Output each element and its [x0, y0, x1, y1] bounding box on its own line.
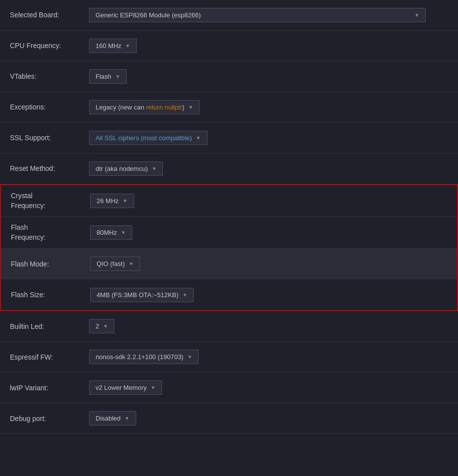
cpu-frequency-row: CPU Frequency: 160 MHz ▼ [0, 31, 458, 61]
flash-mode-value: QIO (fast) [97, 260, 125, 267]
lwip-variant-caret: ▼ [151, 385, 155, 390]
exceptions-label: Exceptions: [10, 103, 89, 111]
exceptions-value: Legacy (new can return nullptr) [96, 104, 184, 111]
cpu-frequency-caret: ▼ [125, 43, 130, 49]
vtables-caret: ▼ [115, 74, 120, 79]
reset-method-dropdown[interactable]: dtr (aka nodemcu) ▼ [89, 161, 163, 176]
flash-mode-label: Flash Mode: [11, 260, 90, 268]
ssl-support-row: SSL Support: All SSL ciphers (most compa… [0, 123, 458, 154]
ssl-support-dropdown[interactable]: All SSL ciphers (most compatible) ▼ [89, 131, 207, 145]
vtables-dropdown[interactable]: Flash ▼ [89, 69, 127, 84]
reset-method-value: dtr (aka nodemcu) [96, 165, 148, 172]
crystal-frequency-dropdown[interactable]: 26 MHz ▼ [90, 194, 134, 208]
flash-size-dropdown[interactable]: 4MB (FS:3MB OTA:~512KB) ▼ [90, 288, 194, 302]
builtin-led-caret: ▼ [103, 323, 108, 329]
exceptions-caret: ▼ [188, 105, 193, 110]
flash-frequency-row: FlashFrequency: 80MHz ▼ [1, 217, 457, 249]
crystal-frequency-control: 26 MHz ▼ [90, 194, 134, 208]
espressif-fw-value: nonos-sdk 2.2.1+100 (190703) [96, 353, 183, 361]
debug-port-value: Disabled [96, 415, 121, 422]
flash-frequency-dropdown[interactable]: 80MHz ▼ [90, 225, 132, 240]
espressif-fw-dropdown[interactable]: nonos-sdk 2.2.1+100 (190703) ▼ [89, 350, 199, 364]
reset-method-control: dtr (aka nodemcu) ▼ [89, 161, 163, 176]
builtin-led-value: 2 [96, 322, 99, 330]
lwip-variant-dropdown[interactable]: v2 Lower Memory ▼ [89, 380, 162, 395]
highlight-group: CrystalFrequency: 26 MHz ▼ FlashFrequenc… [0, 184, 458, 311]
flash-frequency-value: 80MHz [97, 229, 117, 236]
builtin-led-control: 2 ▼ [89, 319, 114, 333]
debug-port-dropdown[interactable]: Disabled ▼ [89, 411, 136, 425]
vtables-row: VTables: Flash ▼ [0, 61, 458, 92]
flash-mode-control: QIO (fast) ▼ [90, 257, 140, 271]
vtables-label: VTables: [10, 72, 89, 81]
builtin-led-label: Builtin Led: [10, 322, 89, 331]
espressif-fw-control: nonos-sdk 2.2.1+100 (190703) ▼ [89, 350, 199, 364]
flash-frequency-control: 80MHz ▼ [90, 225, 132, 240]
builtin-led-row: Builtin Led: 2 ▼ [0, 311, 458, 342]
flash-mode-row: Flash Mode: QIO (fast) ▼ [1, 249, 457, 279]
flash-size-caret: ▼ [183, 292, 188, 298]
selected-board-value: Generic ESP8266 Module (esp8266) [96, 11, 201, 19]
flash-size-label: Flash Size: [11, 290, 90, 299]
selected-board-row: Selected Board: Generic ESP8266 Module (… [0, 0, 458, 31]
ssl-support-label: SSL Support: [10, 133, 89, 142]
cpu-frequency-dropdown[interactable]: 160 MHz ▼ [89, 39, 137, 53]
lwip-variant-value: v2 Lower Memory [96, 384, 147, 391]
vtables-control: Flash ▼ [89, 69, 127, 84]
debug-port-row: Debug port: Disabled ▼ [0, 403, 458, 434]
ssl-support-control: All SSL ciphers (most compatible) ▼ [89, 131, 207, 145]
selected-board-dropdown[interactable]: Generic ESP8266 Module (esp8266) ▼ [89, 8, 426, 22]
settings-container: Selected Board: Generic ESP8266 Module (… [0, 0, 458, 434]
exceptions-row: Exceptions: Legacy (new can return nullp… [0, 92, 458, 123]
cpu-frequency-label: CPU Frequency: [10, 41, 89, 50]
selected-board-control: Generic ESP8266 Module (esp8266) ▼ [89, 8, 426, 22]
flash-mode-caret: ▼ [129, 261, 134, 266]
reset-method-label: Reset Method: [10, 164, 89, 173]
crystal-frequency-value: 26 MHz [97, 197, 119, 205]
flash-size-value: 4MB (FS:3MB OTA:~512KB) [97, 291, 179, 299]
lwip-variant-control: v2 Lower Memory ▼ [89, 380, 162, 395]
lwip-variant-label: lwIP Variant: [10, 383, 89, 392]
espressif-fw-label: Espressif FW: [10, 353, 89, 362]
ssl-support-caret: ▼ [196, 135, 201, 141]
debug-port-control: Disabled ▼ [89, 411, 136, 425]
reset-method-caret: ▼ [152, 166, 157, 171]
reset-method-row: Reset Method: dtr (aka nodemcu) ▼ [0, 154, 458, 184]
crystal-frequency-label: CrystalFrequency: [11, 191, 90, 211]
flash-mode-dropdown[interactable]: QIO (fast) ▼ [90, 257, 140, 271]
ssl-support-value: All SSL ciphers (most compatible) [96, 134, 192, 142]
lwip-variant-row: lwIP Variant: v2 Lower Memory ▼ [0, 372, 458, 403]
exceptions-control: Legacy (new can return nullptr) ▼ [89, 100, 200, 114]
espressif-fw-caret: ▼ [187, 354, 192, 360]
exceptions-dropdown[interactable]: Legacy (new can return nullptr) ▼ [89, 100, 200, 114]
selected-board-caret: ▼ [414, 12, 419, 18]
debug-port-caret: ▼ [125, 416, 130, 421]
crystal-frequency-row: CrystalFrequency: 26 MHz ▼ [1, 185, 457, 217]
espressif-fw-row: Espressif FW: nonos-sdk 2.2.1+100 (19070… [0, 342, 458, 372]
flash-frequency-caret: ▼ [121, 230, 126, 235]
cpu-frequency-control: 160 MHz ▼ [89, 39, 137, 53]
flash-frequency-label: FlashFrequency: [11, 223, 90, 242]
vtables-value: Flash [96, 73, 111, 80]
flash-size-control: 4MB (FS:3MB OTA:~512KB) ▼ [90, 288, 194, 302]
builtin-led-dropdown[interactable]: 2 ▼ [89, 319, 114, 333]
selected-board-label: Selected Board: [10, 10, 89, 19]
cpu-frequency-value: 160 MHz [96, 42, 121, 50]
debug-port-label: Debug port: [10, 414, 89, 423]
crystal-frequency-caret: ▼ [123, 198, 128, 204]
flash-size-row: Flash Size: 4MB (FS:3MB OTA:~512KB) ▼ [1, 279, 457, 310]
